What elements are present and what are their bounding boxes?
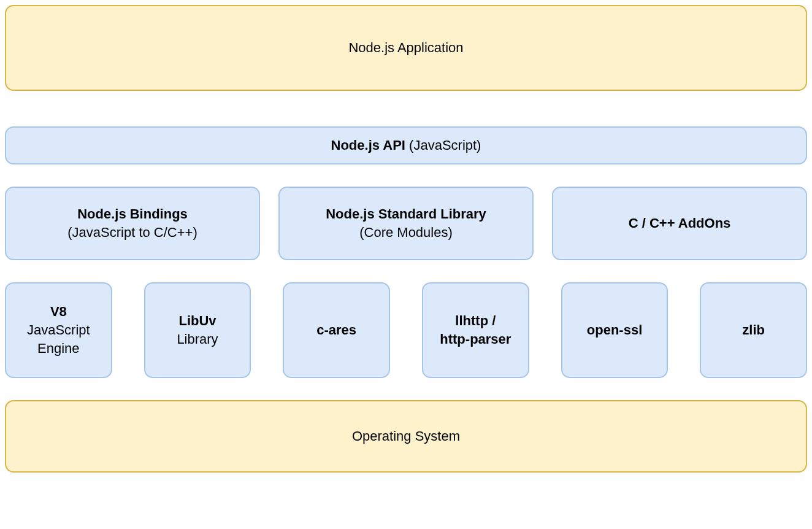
libuv-bold: LibUv: [178, 312, 216, 330]
box-llhttp: llhttp / http-parser: [422, 282, 529, 378]
llhttp-bold2: http-parser: [440, 330, 511, 349]
os-label: Operating System: [352, 427, 460, 446]
box-openssl: open-ssl: [561, 282, 668, 378]
addons-bold: C / C++ AddOns: [629, 214, 731, 233]
gap: [5, 91, 807, 126]
llhttp-bold: llhttp /: [455, 312, 496, 330]
bindings-sub: (JavaScript to C/C++): [67, 223, 197, 242]
layer-libs-row: V8 JavaScript Engine LibUv Library c-are…: [5, 282, 807, 378]
application-label: Node.js Application: [348, 39, 463, 57]
stdlib-bold: Node.js Standard Library: [326, 205, 486, 223]
v8-bold: V8: [50, 303, 67, 321]
box-cares: c-ares: [283, 282, 390, 378]
layer-api: Node.js API (JavaScript): [5, 126, 807, 164]
box-bindings: Node.js Bindings (JavaScript to C/C++): [5, 187, 260, 260]
gap: [5, 164, 807, 187]
cares-bold: c-ares: [316, 321, 356, 339]
box-addons: C / C++ AddOns: [552, 187, 807, 260]
libuv-sub: Library: [177, 330, 218, 349]
bindings-bold: Node.js Bindings: [77, 205, 188, 223]
zlib-bold: zlib: [742, 321, 765, 339]
gap: [5, 378, 807, 400]
v8-sub: JavaScript Engine: [6, 321, 111, 357]
layer-middle-row: Node.js Bindings (JavaScript to C/C++) N…: [5, 187, 807, 260]
gap: [5, 260, 807, 282]
layer-os: Operating System: [5, 400, 807, 473]
api-label: Node.js API (JavaScript): [331, 136, 481, 155]
box-stdlib: Node.js Standard Library (Core Modules): [278, 187, 534, 260]
api-bold: Node.js API: [331, 137, 405, 153]
box-libuv: LibUv Library: [144, 282, 251, 378]
stdlib-sub: (Core Modules): [359, 223, 453, 242]
diagram-container: Node.js Application Node.js API (JavaScr…: [5, 5, 807, 473]
layer-application: Node.js Application: [5, 5, 807, 91]
box-zlib: zlib: [700, 282, 807, 378]
openssl-bold: open-ssl: [587, 321, 642, 339]
box-v8: V8 JavaScript Engine: [5, 282, 112, 378]
api-suffix: (JavaScript): [405, 137, 481, 153]
